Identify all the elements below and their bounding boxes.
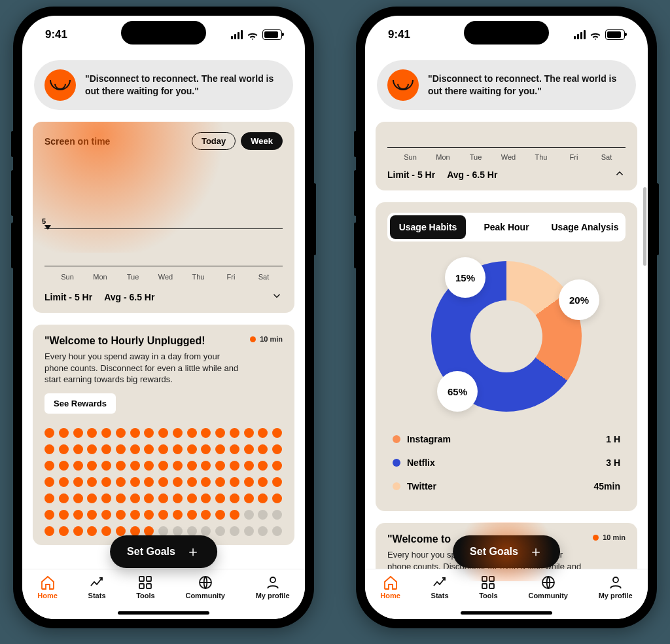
legend-row: Netflix 3 H [391, 451, 622, 474]
callout-15: 15% [445, 257, 485, 298]
svg-point-5 [270, 577, 275, 582]
cellular-icon [231, 30, 243, 39]
day-labels: SunMonTueWedThuFriSat [51, 273, 280, 281]
hourly-unplugged-card: "Welcome to Hourly Unplugged! Every hour… [33, 325, 294, 545]
hours-dot-grid [44, 428, 283, 536]
tools-icon [137, 575, 153, 590]
legend-row: Twitter 45min [391, 474, 622, 498]
svg-rect-2 [139, 584, 144, 588]
tab-stats[interactable]: Stats [431, 575, 449, 599]
mini-chart: SunMonTueWedThuFriSat [387, 128, 626, 161]
calm-face-icon [44, 69, 76, 101]
usage-legend: Instagram 1 H Netflix 3 H Twitter 45min [391, 427, 622, 498]
expand-button[interactable] [271, 290, 283, 304]
quote-text: "Disconnect to reconnect. The real world… [85, 73, 275, 98]
period-toggle: Today Week [192, 132, 283, 150]
calm-face-icon [387, 69, 419, 101]
quote-text: "Disconnect to reconnect. The real world… [428, 73, 618, 98]
wifi-icon [590, 30, 601, 39]
battery-icon [262, 29, 282, 40]
hourly-description: Every hour you spend away in a day from … [44, 351, 243, 385]
tab-community[interactable]: Community [185, 575, 225, 599]
callout-20: 20% [559, 279, 599, 320]
tab-profile[interactable]: My profile [599, 575, 633, 599]
globe-icon [198, 575, 213, 590]
svg-rect-9 [489, 584, 494, 588]
screen-on-time-card-collapsed: SunMonTueWedThuFriSat Limit - 5 Hr Avg -… [376, 122, 637, 190]
tab-tools[interactable]: Tools [136, 575, 155, 599]
donut-chart: 15% 20% 65% [387, 253, 626, 416]
profile-icon [608, 575, 624, 590]
tab-peak-hour[interactable]: Peak Hour [468, 215, 544, 239]
avg-text: Avg - 6.5 Hr [104, 292, 154, 302]
set-goals-button[interactable]: Set Goals＋ [453, 535, 560, 568]
home-indicator [118, 611, 209, 615]
limit-text: Limit - 5 Hr [44, 292, 92, 302]
limit-marker: 5 [42, 217, 46, 225]
stats-icon [432, 575, 448, 590]
quote-card: "Disconnect to reconnect. The real world… [377, 60, 636, 110]
legend-row: Instagram 1 H [391, 427, 622, 451]
tab-usage-analysis[interactable]: Usage Analysis [547, 215, 623, 239]
toggle-today[interactable]: Today [192, 132, 236, 150]
status-time: 9:41 [45, 28, 67, 41]
svg-rect-1 [147, 577, 151, 581]
tab-usage-habits[interactable]: Usage Habits [390, 215, 466, 239]
profile-icon [265, 575, 281, 590]
tab-home[interactable]: Home [37, 575, 58, 599]
svg-rect-3 [147, 584, 151, 588]
svg-rect-0 [139, 577, 144, 581]
tab-stats[interactable]: Stats [88, 575, 106, 599]
battery-icon [605, 29, 625, 40]
usage-habits-card: Usage Habits Peak Hour Usage Analysis 15… [376, 202, 637, 511]
callout-65: 65% [437, 371, 478, 412]
scrollbar[interactable] [643, 187, 646, 266]
status-time: 9:41 [388, 28, 410, 41]
screen-on-time-title: Screen on time [44, 136, 110, 147]
svg-rect-8 [482, 584, 487, 588]
svg-point-11 [613, 577, 618, 582]
wifi-icon [247, 30, 258, 39]
home-icon [383, 575, 398, 590]
screen-on-time-card: Screen on time Today Week 5 [33, 122, 294, 313]
time-badge: 10 min [593, 533, 626, 541]
habits-tabs: Usage Habits Peak Hour Usage Analysis [387, 213, 626, 241]
home-indicator [461, 611, 552, 615]
see-rewards-button[interactable]: See Rewards [44, 393, 116, 414]
quote-card: "Disconnect to reconnect. The real world… [34, 60, 293, 110]
cellular-icon [574, 30, 586, 39]
set-goals-button[interactable]: Set Goals＋ [110, 535, 217, 568]
home-icon [40, 575, 56, 590]
avg-text: Avg - 6.5 Hr [447, 170, 497, 180]
collapse-button[interactable] [614, 168, 626, 181]
stats-icon [89, 575, 105, 590]
screen-time-chart: 5 SunMonTueWedThuFriSat [44, 159, 283, 283]
hourly-title: "Welcome to Hourly Unplugged! [44, 335, 243, 347]
time-badge: 10 min [250, 335, 283, 343]
tab-profile[interactable]: My profile [256, 575, 290, 599]
limit-text: Limit - 5 Hr [387, 170, 435, 180]
tab-home[interactable]: Home [380, 575, 400, 599]
toggle-week[interactable]: Week [241, 132, 283, 150]
